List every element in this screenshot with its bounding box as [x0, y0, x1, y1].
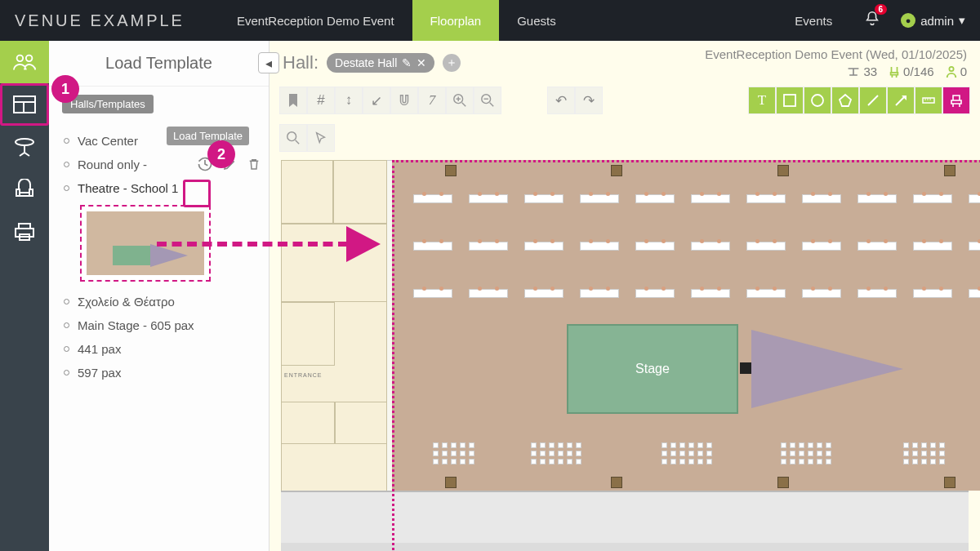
magnet-icon	[397, 93, 412, 108]
pentagon-icon	[838, 93, 853, 108]
tool-zoom-out[interactable]	[474, 87, 501, 114]
add-hall-button[interactable]: ＋	[443, 54, 461, 72]
svg-point-5	[16, 139, 33, 145]
template-item[interactable]: 597 pax	[60, 361, 262, 384]
template-label: Vac Center	[78, 134, 138, 148]
user-avatar-icon: ●	[901, 13, 915, 28]
annotation-arrow-line	[157, 242, 348, 247]
notifications-button[interactable]: 6	[863, 10, 881, 31]
floorplan-canvas[interactable]: ENTRANCE Stage	[270, 157, 980, 551]
template-panel: Load Template Halls/Templates Vac Center…	[49, 41, 270, 551]
annotation-highlight-box	[183, 180, 211, 207]
chair-fill-icon	[949, 93, 964, 108]
left-rail	[0, 41, 49, 551]
svg-point-10	[949, 66, 953, 70]
stat-seats: 0/146	[889, 64, 934, 78]
rail-print[interactable]	[0, 211, 49, 253]
tool-magnet[interactable]	[390, 87, 418, 114]
svg-rect-8	[16, 229, 33, 237]
template-list: Vac Center Round only - Load Template Th…	[49, 126, 269, 384]
tool-line[interactable]	[859, 87, 887, 114]
trash-icon	[247, 157, 261, 171]
tool-search[interactable]	[279, 124, 307, 152]
pencil-icon: ✎	[402, 56, 412, 69]
stat-guests: 0	[946, 64, 967, 78]
template-item[interactable]: Σχολείο & Θέατρο	[60, 290, 262, 313]
tool-arrow[interactable]	[887, 87, 915, 114]
svg-line-16	[490, 103, 494, 107]
annotation-marker-2: 2	[207, 140, 235, 168]
caret-down-icon: ▾	[959, 13, 965, 28]
hall-name: Destate Hall	[335, 56, 397, 69]
tool-dimensions[interactable]: ↕	[335, 87, 363, 114]
square-icon	[782, 93, 797, 108]
template-label: Main Stage - 605 pax	[78, 318, 194, 332]
canvas-area: ◂ Hall: Destate Hall ✎ ✕ ＋ EventReceptio…	[270, 41, 980, 551]
svg-marker-20	[840, 95, 851, 106]
svg-point-1	[26, 56, 33, 62]
svg-point-19	[812, 95, 823, 106]
template-item[interactable]: 441 pax	[60, 337, 262, 361]
stage-shape[interactable]: Stage	[567, 324, 738, 414]
template-label: Theatre - School 1	[78, 181, 178, 195]
rail-tables[interactable]	[0, 126, 49, 168]
svg-point-28	[287, 132, 296, 141]
table-icon	[847, 66, 860, 78]
printer-icon	[13, 221, 36, 242]
tool-bookmark[interactable]	[279, 87, 307, 114]
tool-text[interactable]: T	[748, 87, 776, 114]
person-icon	[946, 65, 957, 78]
tool-furniture[interactable]	[942, 87, 970, 114]
template-item[interactable]: Main Stage - 605 pax	[60, 313, 262, 337]
template-item-active[interactable]: Theatre - School 1	[60, 176, 262, 200]
tool-pointer[interactable]	[307, 124, 335, 152]
zoom-in-icon	[452, 93, 467, 108]
canvas-header: Hall: Destate Hall ✎ ✕ ＋ EventReception …	[270, 41, 980, 82]
svg-rect-24	[923, 98, 934, 103]
rail-templates[interactable]	[0, 83, 49, 126]
tool-undo[interactable]: ↶	[547, 87, 575, 114]
tool-polygon[interactable]	[831, 87, 859, 114]
svg-rect-18	[784, 95, 795, 106]
svg-point-0	[17, 56, 24, 62]
tab-events[interactable]: Events	[783, 14, 844, 28]
circle-icon	[810, 93, 825, 108]
tab-floorplan[interactable]: Floorplan	[412, 0, 500, 41]
svg-line-22	[896, 97, 904, 105]
cursor-icon	[314, 131, 328, 145]
svg-line-21	[868, 96, 878, 105]
tool-circle[interactable]	[804, 87, 831, 114]
tool-grid[interactable]: #	[307, 87, 335, 114]
tab-event[interactable]: EventReception Demo Event	[219, 0, 412, 41]
tool-ruler[interactable]	[915, 87, 942, 114]
bookmark-icon	[287, 93, 300, 108]
stat-tables: 33	[847, 64, 877, 78]
event-title: EventReception Demo Event (Wed, 01/10/20…	[705, 47, 967, 61]
load-template-tooltip: Load Template	[167, 127, 249, 145]
ruler-icon	[921, 93, 936, 108]
tool-redo[interactable]: ↷	[575, 87, 603, 114]
panel-title: Load Template	[49, 41, 269, 87]
collapse-panel-button[interactable]: ◂	[258, 52, 279, 73]
canvas-toolbar: # ↕ ↙ 7 ↶ ↷ T	[270, 82, 980, 157]
annotation-arrow-head	[346, 226, 381, 262]
template-label: 597 pax	[78, 366, 121, 380]
tab-guests[interactable]: Guests	[499, 0, 574, 41]
close-icon[interactable]: ✕	[416, 56, 426, 69]
camera-shape[interactable]	[740, 362, 751, 374]
camera-cone	[751, 330, 903, 408]
tool-snap[interactable]: ↙	[363, 87, 390, 114]
svg-line-12	[462, 103, 466, 107]
tool-zoom-in[interactable]	[446, 87, 474, 114]
annotation-marker-1: 1	[51, 75, 79, 103]
user-menu[interactable]: ● admin ▾	[901, 13, 965, 28]
table-round-icon	[13, 136, 36, 158]
svg-line-29	[296, 140, 300, 144]
tool-rect[interactable]	[776, 87, 804, 114]
delete-template-button[interactable]	[245, 155, 263, 173]
rail-guests[interactable]	[0, 41, 49, 83]
template-label: 441 pax	[78, 342, 121, 356]
hall-chip[interactable]: Destate Hall ✎ ✕	[327, 53, 434, 73]
rail-furniture[interactable]	[0, 168, 49, 211]
tool-numbering[interactable]: 7	[418, 87, 446, 114]
